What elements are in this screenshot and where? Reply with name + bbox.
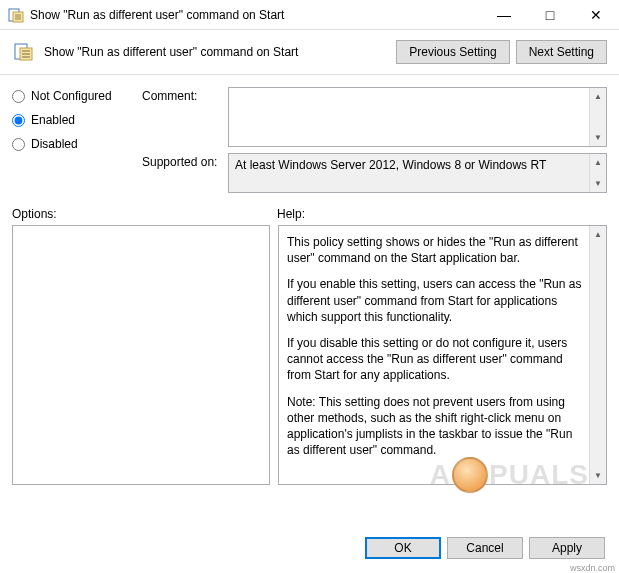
help-panel: This policy setting shows or hides the "… (278, 225, 607, 485)
previous-setting-button[interactable]: Previous Setting (396, 40, 509, 64)
policy-fields: Comment: ▲ ▼ Supported on: At least Wind… (142, 87, 607, 193)
scroll-up-icon[interactable]: ▲ (590, 226, 606, 243)
help-p4: Note: This setting does not prevent user… (287, 394, 582, 459)
supported-on-box: At least Windows Server 2012, Windows 8 … (228, 153, 607, 193)
panels: This policy setting shows or hides the "… (0, 225, 619, 485)
radio-not-configured-label: Not Configured (31, 89, 112, 103)
minimize-button[interactable]: — (481, 0, 527, 29)
radio-enabled-label: Enabled (31, 113, 75, 127)
supported-scrollbar[interactable]: ▲ ▼ (589, 154, 606, 192)
options-panel (12, 225, 270, 485)
radio-not-configured-input[interactable] (12, 90, 25, 103)
policy-title: Show "Run as different user" command on … (44, 45, 390, 59)
supported-label: Supported on: (142, 155, 222, 169)
section-labels: Options: Help: (0, 201, 619, 225)
radio-disabled-input[interactable] (12, 138, 25, 151)
help-p3: If you disable this setting or do not co… (287, 335, 582, 384)
supported-on-value: At least Windows Server 2012, Windows 8 … (235, 158, 546, 172)
comment-label: Comment: (142, 89, 222, 103)
radio-not-configured[interactable]: Not Configured (12, 89, 142, 103)
source-url: wsxdn.com (570, 563, 615, 573)
titlebar: Show "Run as different user" command on … (0, 0, 619, 30)
ok-button[interactable]: OK (365, 537, 441, 559)
help-p2: If you enable this setting, users can ac… (287, 276, 582, 325)
radio-disabled[interactable]: Disabled (12, 137, 142, 151)
policy-icon (8, 7, 24, 23)
scroll-up-icon[interactable]: ▲ (590, 88, 606, 105)
supported-row: Supported on: At least Windows Server 20… (142, 153, 607, 193)
comment-row: Comment: ▲ ▼ (142, 87, 607, 147)
cancel-button[interactable]: Cancel (447, 537, 523, 559)
options-label: Options: (12, 207, 277, 221)
state-radios: Not Configured Enabled Disabled (12, 87, 142, 193)
help-label: Help: (277, 207, 305, 221)
help-scrollbar[interactable]: ▲ ▼ (589, 226, 606, 484)
next-setting-button[interactable]: Next Setting (516, 40, 607, 64)
window-title: Show "Run as different user" command on … (30, 8, 481, 22)
radio-enabled[interactable]: Enabled (12, 113, 142, 127)
scroll-down-icon[interactable]: ▼ (590, 467, 606, 484)
scroll-down-icon[interactable]: ▼ (590, 129, 606, 146)
close-button[interactable]: ✕ (573, 0, 619, 29)
maximize-button[interactable]: □ (527, 0, 573, 29)
policy-icon-large (12, 40, 36, 64)
comment-textarea[interactable]: ▲ ▼ (228, 87, 607, 147)
window-controls: — □ ✕ (481, 0, 619, 29)
policy-header: Show "Run as different user" command on … (0, 30, 619, 75)
policy-config-row: Not Configured Enabled Disabled Comment:… (0, 75, 619, 201)
dialog-footer: OK Cancel Apply (365, 537, 605, 559)
comment-scrollbar[interactable]: ▲ ▼ (589, 88, 606, 146)
radio-enabled-input[interactable] (12, 114, 25, 127)
radio-disabled-label: Disabled (31, 137, 78, 151)
scroll-down-icon[interactable]: ▼ (590, 175, 606, 192)
help-p1: This policy setting shows or hides the "… (287, 234, 582, 266)
apply-button[interactable]: Apply (529, 537, 605, 559)
scroll-up-icon[interactable]: ▲ (590, 154, 606, 171)
